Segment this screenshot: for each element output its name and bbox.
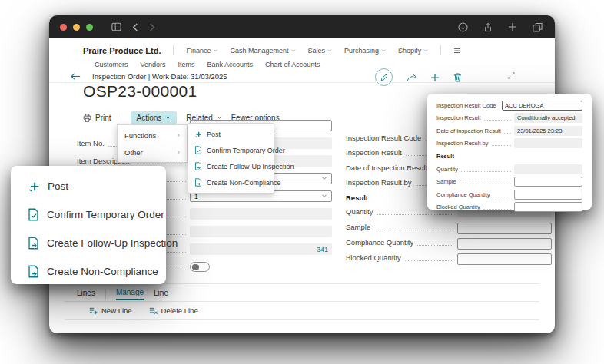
subnav-bank-accounts[interactable]: Bank Accounts: [207, 61, 254, 68]
toggle-switch[interactable]: [190, 262, 210, 272]
form-row: Blocked Quantity: [346, 252, 552, 263]
field-label: Sample: [436, 178, 456, 185]
new-line-button[interactable]: New Line: [89, 306, 132, 315]
chevron-down-icon: [327, 49, 332, 52]
compliance-quantity-input[interactable]: [457, 238, 552, 250]
company-name[interactable]: Praire Produce Ltd.: [83, 46, 161, 55]
field-label: Inspection Result Code: [436, 102, 496, 109]
sample-input[interactable]: [457, 223, 552, 234]
callout-item-create-follow-up-inspection[interactable]: Create Follow-Up Inspection: [11, 229, 166, 257]
page-back-icon[interactable]: [71, 72, 81, 81]
inspection-result-by-value: [514, 138, 582, 148]
sample-input[interactable]: [514, 177, 582, 187]
forward-nav-icon[interactable]: [149, 23, 155, 31]
dotted-leader: [405, 255, 453, 261]
nav-menu-purchasing[interactable]: Purchasing: [344, 47, 386, 55]
dotted-leader: [492, 141, 511, 146]
blocked-quantity-input[interactable]: [514, 202, 582, 212]
submenu-item-create-non-compliance[interactable]: Create Non-Compliance: [188, 174, 274, 190]
page-title: OSP23-000001: [83, 82, 197, 101]
nav-menu-sales[interactable]: Sales: [308, 47, 333, 55]
tab-line[interactable]: Line: [154, 289, 168, 299]
subnav-items[interactable]: Items: [178, 61, 195, 68]
field-label: Date of Inspection Result: [436, 127, 501, 134]
document-arrow-icon: [194, 178, 202, 187]
dotted-leader: [459, 179, 511, 184]
delete-line-button[interactable]: Delete Line: [149, 306, 198, 315]
result-group-header: Result: [346, 194, 368, 202]
callout-item-post[interactable]: Post: [11, 172, 166, 200]
section-divider: [65, 319, 539, 320]
document-check-icon: [194, 146, 202, 154]
share-icon[interactable]: [483, 22, 493, 32]
tab-overview-icon[interactable]: [533, 22, 543, 32]
tab-lines[interactable]: Lines: [77, 289, 95, 299]
linked-quantity-field: 341: [190, 243, 332, 255]
inspection-result-code-input[interactable]: [502, 101, 582, 111]
browser-titlebar: [49, 15, 555, 38]
menu-item-functions[interactable]: Functions ›: [118, 127, 187, 144]
field-label: Sample: [346, 223, 370, 231]
dotted-leader: [417, 240, 453, 246]
tab-manage[interactable]: Manage: [116, 288, 144, 300]
new-tab-icon[interactable]: [508, 22, 517, 31]
blocked-quantity-input[interactable]: [457, 253, 552, 265]
breadcrumb: Inspection Order | Work Date: 31/03/2025: [92, 72, 227, 81]
document-check-icon: [28, 208, 39, 221]
traffic-lights: [60, 24, 93, 31]
nav-menu-shopify[interactable]: Shopify: [398, 47, 428, 55]
compliance-quantity-input[interactable]: [514, 190, 582, 200]
chevron-down-icon: [423, 49, 428, 52]
delete-line-icon: [149, 306, 158, 315]
field-label: Inspection Result by: [436, 140, 489, 147]
submenu-item-create-follow-up-inspection[interactable]: Create Follow-Up Inspection: [188, 158, 274, 174]
nav-menu-finance[interactable]: Finance: [186, 47, 217, 55]
delete-icon[interactable]: [453, 73, 462, 82]
new-document-icon[interactable]: [430, 73, 440, 82]
panel-row: Sample: [436, 177, 582, 187]
dotted-leader: [483, 204, 511, 210]
expand-icon[interactable]: [508, 72, 515, 79]
form-row: Compliance Quantity: [346, 237, 552, 248]
disabled-field: [190, 208, 332, 220]
quantity-value: [514, 164, 582, 174]
post-icon: [194, 131, 202, 138]
lines-tabs: Lines Manage Line: [77, 288, 168, 300]
callout-item-confirm-temporary-order[interactable]: Confirm Temporary Order: [11, 200, 166, 229]
subnav-vendors[interactable]: Vendors: [141, 61, 166, 68]
sidebar-icon[interactable]: [111, 22, 121, 31]
magnified-actions-callout: Post Confirm Temporary Order Create Foll…: [11, 166, 166, 284]
chevron-down-icon: [321, 194, 327, 198]
subnav-chart-of-accounts[interactable]: Chart of Accounts: [265, 61, 320, 68]
downloads-icon[interactable]: [458, 22, 468, 32]
share-page-icon[interactable]: [407, 73, 416, 82]
drilldown-link[interactable]: 341: [317, 246, 328, 253]
inspection-result-value: Conditionally accepted: [514, 113, 582, 123]
new-line-icon: [89, 306, 98, 315]
nav-menu-cash-management[interactable]: Cash Management: [231, 47, 296, 55]
field-label: Item No.: [77, 139, 105, 147]
chevron-down-icon: [291, 49, 296, 52]
back-nav-icon[interactable]: [132, 23, 138, 31]
panel-row: Date of Inspection Result 23/01/2025 23:…: [436, 126, 582, 136]
nav-divider: [173, 45, 174, 55]
field-label: Quantity: [436, 166, 458, 173]
submenu-item-confirm-temporary-order[interactable]: Confirm Temporary Order: [188, 142, 274, 158]
zoom-window-button[interactable]: [86, 24, 93, 31]
edit-mode-button[interactable]: [375, 68, 393, 86]
document-arrow-icon: [28, 237, 39, 250]
minimize-window-button[interactable]: [73, 24, 80, 31]
close-window-button[interactable]: [60, 24, 67, 31]
disabled-field: [190, 226, 332, 237]
menu-item-other[interactable]: Other ›: [118, 144, 187, 160]
more-menu-icon[interactable]: [453, 48, 461, 54]
callout-item-create-non-compliance[interactable]: Create Non-Compliance: [11, 257, 166, 286]
document-arrow-icon: [194, 162, 202, 170]
dotted-leader: [484, 115, 511, 121]
dotted-leader: [493, 192, 511, 197]
field-label: Inspection Result: [346, 148, 402, 157]
field-label: Inspection Result Code: [346, 134, 421, 142]
subnav-customers[interactable]: Customers: [95, 61, 128, 68]
panel-row: Inspection Result by: [436, 138, 582, 148]
submenu-item-post[interactable]: Post: [188, 126, 274, 142]
